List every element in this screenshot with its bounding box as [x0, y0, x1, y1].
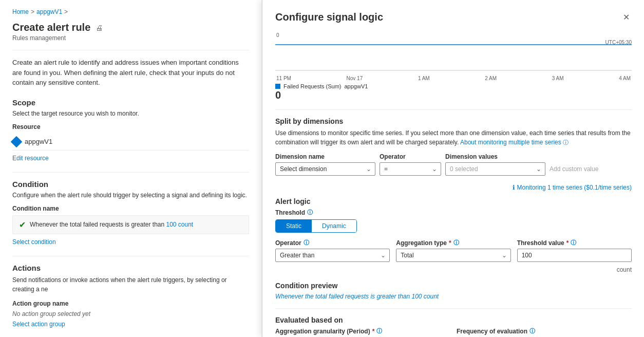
breadcrumb-sep2: >	[64, 8, 68, 15]
agg-required: *	[449, 239, 451, 247]
agg-type-group: Aggregation type * ⓘ Total	[396, 239, 510, 262]
split-desc-text: Use dimensions to monitor specific time …	[275, 129, 631, 146]
agg-type-form-label: Aggregation type * ⓘ	[396, 239, 510, 247]
eval-form-row: Aggregation granularity (Period) * ⓘ 5 m…	[275, 327, 632, 337]
static-toggle-btn[interactable]: Static	[276, 220, 312, 232]
alert-operator-select[interactable]: Greater than	[275, 249, 390, 262]
monitoring-note: ℹ Monitoring 1 time series ($0.1/time se…	[275, 184, 632, 191]
chart-time-3: 2 AM	[485, 76, 497, 81]
dimension-select-wrapper: Select dimension	[275, 162, 375, 176]
actions-desc: Send notifications or invoke actions whe…	[12, 275, 249, 294]
chart-legend: Failed Requests (Sum) appgwV1	[275, 83, 632, 89]
resource-icon	[12, 138, 21, 146]
resource-row: appgwV1	[12, 134, 249, 151]
freq-info-icon[interactable]: ⓘ	[529, 327, 535, 335]
threshold-info-icon[interactable]: ⓘ	[307, 209, 313, 216]
agg-type-select[interactable]: Total	[396, 249, 510, 262]
resource-label: Resource	[12, 123, 249, 130]
condition-box[interactable]: ✔ Whenever the total failed requests is …	[12, 215, 249, 234]
dimension-table: Dimension name Operator Dimension values…	[275, 153, 632, 176]
operator-select[interactable]: =	[380, 162, 441, 176]
action-group-label: Action group name	[12, 300, 249, 307]
agg-type-info-icon[interactable]: ⓘ	[453, 239, 459, 247]
threshold-value-info-icon[interactable]: ⓘ	[571, 239, 576, 247]
count-label: count	[275, 266, 632, 273]
page-subtitle: Rules management	[12, 34, 249, 42]
chart-time-labels: 11 PM Nov 17 1 AM 2 AM 3 AM 4 AM	[275, 76, 632, 81]
period-group: Aggregation granularity (Period) * ⓘ 5 m…	[275, 327, 450, 337]
evaluated-title: Evaluated based on	[275, 316, 632, 324]
select-action-group-link[interactable]: Select action group	[12, 321, 249, 328]
dim-data-row: Select dimension = 0 selected Add custom…	[275, 162, 632, 176]
agg-type-wrapper: Total	[396, 249, 510, 262]
threshold-required: *	[566, 239, 569, 247]
alert-logic-section: Alert logic Threshold ⓘ Static Dynamic O…	[275, 197, 632, 273]
threshold-label: Threshold ⓘ	[275, 209, 632, 216]
info-circle: ℹ	[513, 184, 517, 191]
legend-app: appgwV1	[345, 83, 368, 89]
right-panel: Configure signal logic ✕ 0 UTC+05:30 11 …	[262, 0, 644, 337]
operator-select-wrapper: =	[380, 162, 441, 176]
values-select[interactable]: 0 selected	[445, 162, 545, 176]
frequency-group: Frequency of evaluation ⓘ Every 5 Minute…	[457, 327, 632, 337]
page-title-row: Create alert rule 🖨	[12, 22, 249, 33]
actions-title: Actions	[12, 264, 249, 272]
split-title: Split by dimensions	[275, 117, 632, 125]
condition-value-link[interactable]: 100 count	[166, 221, 193, 228]
chart-time-4: 3 AM	[552, 76, 564, 81]
chart-svg	[275, 40, 632, 76]
split-dimensions-section: Split by dimensions Use dimensions to mo…	[275, 117, 632, 191]
breadcrumb-app[interactable]: appgwV1	[36, 8, 62, 15]
monitoring-note-text: Monitoring 1 time series ($0.1/time seri…	[517, 184, 632, 191]
utc-label: UTC+05:30	[605, 40, 632, 45]
split-desc: Use dimensions to monitor specific time …	[275, 128, 632, 147]
threshold-value-group: Threshold value * ⓘ	[517, 239, 632, 262]
chart-time-0: 11 PM	[276, 76, 291, 81]
dimension-select[interactable]: Select dimension	[275, 162, 375, 176]
col-operator: Operator	[380, 153, 441, 160]
check-icon: ✔	[19, 220, 26, 230]
condition-preview-text: Whenever the total failed requests is gr…	[275, 293, 632, 300]
close-button[interactable]: ✕	[621, 10, 632, 24]
evaluated-section: Evaluated based on Aggregation granulari…	[275, 316, 632, 337]
chart-time-5: 4 AM	[619, 76, 631, 81]
col-dim-name: Dimension name	[275, 153, 375, 160]
col-custom	[550, 153, 632, 160]
operator-form-label: Operator ⓘ	[275, 239, 390, 247]
select-condition-link[interactable]: Select condition	[12, 238, 249, 246]
print-icon[interactable]: 🖨	[96, 24, 103, 32]
alert-logic-title: Alert logic	[275, 197, 632, 205]
threshold-value-input[interactable]	[517, 249, 632, 262]
breadcrumb: Home > appgwV1 >	[12, 8, 249, 15]
split-info-icon[interactable]: ⓘ	[563, 139, 569, 145]
page-title: Create alert rule	[12, 22, 90, 33]
about-monitoring-link[interactable]: About monitoring multiple time series	[460, 139, 561, 146]
chart-time-1: Nov 17	[347, 76, 363, 81]
panel-header: Configure signal logic ✕	[275, 10, 632, 24]
panel-title: Configure signal logic	[275, 11, 383, 23]
dim-header-row: Dimension name Operator Dimension values	[275, 153, 632, 160]
resource-name: appgwV1	[25, 138, 52, 145]
chart-time-2: 1 AM	[418, 76, 430, 81]
threshold-toggle-group: Static Dynamic	[275, 219, 357, 233]
dynamic-toggle-btn[interactable]: Dynamic	[312, 220, 356, 232]
threshold-value-form-label: Threshold value * ⓘ	[517, 239, 632, 247]
frequency-label: Frequency of evaluation ⓘ	[457, 327, 632, 335]
chart-label-0: 0	[276, 32, 279, 38]
breadcrumb-sep1: >	[31, 8, 34, 15]
page-description: Create an alert rule to identify and add…	[12, 58, 249, 88]
condition-desc: Configure when the alert rule should tri…	[12, 192, 249, 199]
period-info-icon[interactable]: ⓘ	[376, 327, 382, 335]
col-dim-values: Dimension values	[445, 153, 545, 160]
condition-name-label: Condition name	[12, 205, 249, 212]
operator-info-icon[interactable]: ⓘ	[304, 239, 309, 247]
edit-resource-link[interactable]: Edit resource	[12, 155, 249, 162]
condition-preview-section: Condition preview Whenever the total fai…	[275, 282, 632, 300]
breadcrumb-home[interactable]: Home	[12, 8, 29, 15]
scope-title: Scope	[12, 98, 249, 107]
legend-name: Failed Requests (Sum)	[283, 83, 342, 89]
condition-description: Whenever the total failed requests is gr…	[30, 221, 193, 228]
period-required: *	[372, 328, 375, 335]
values-select-wrapper: 0 selected	[445, 162, 545, 176]
chart-area: 0 UTC+05:30 11 PM Nov 17 1 AM 2 AM 3 AM …	[275, 32, 632, 101]
